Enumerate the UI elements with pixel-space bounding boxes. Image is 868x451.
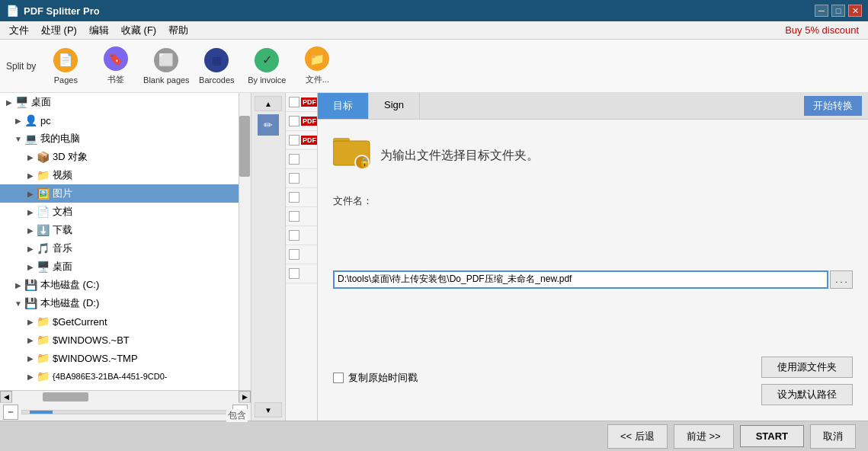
split-by-file-btn[interactable]: 📁 文件... <box>293 43 341 89</box>
tab-target[interactable]: 目标 <box>318 93 369 119</box>
toggle-getcurrent[interactable]: ▶ <box>24 315 37 328</box>
file-checkbox[interactable] <box>289 211 299 222</box>
menu-process[interactable]: 处理 (P) <box>35 22 83 39</box>
tree-item-music[interactable]: ▶ 🎵 音乐 <box>0 239 239 257</box>
toggle-cdrive[interactable]: ▶ <box>12 279 24 291</box>
tree-item-ddrive[interactable]: ▼ 💾 本地磁盘 (D:) <box>0 294 239 312</box>
hscroll-thumb[interactable] <box>43 392 88 401</box>
toolbar: Split by 📄 Pages 🔖 书签 ⬜ Blank pages ▦ Ba… <box>0 40 868 93</box>
set-default-btn[interactable]: 设为默认路径 <box>761 384 853 405</box>
menu-edit[interactable]: 编辑 <box>83 22 115 39</box>
desktop-label: 桌面 <box>31 95 51 109</box>
file-checkbox[interactable] <box>289 116 299 126</box>
menu-favorites[interactable]: 收藏 (F) <box>115 22 162 39</box>
split-by-invoice-btn[interactable]: ✓ By invoice <box>243 43 290 89</box>
filename-input-group: . . . <box>333 220 853 338</box>
menu-help[interactable]: 帮助 <box>162 22 194 39</box>
toggle-desktop2[interactable]: ▶ <box>24 261 37 273</box>
tree-item-guid2[interactable]: ▶ 📁 {10E7BD57-C5FE-484f-A3F2- <box>0 385 239 390</box>
close-btn[interactable]: ✕ <box>848 5 862 17</box>
tree-item-desktop2[interactable]: ▶ 🖥️ 桌面 <box>0 257 239 276</box>
bottom-bar: << 后退 前进 >> START 取消 <box>0 421 868 451</box>
next-btn[interactable]: 前进 >> <box>674 424 734 449</box>
split-by-label: Split by <box>6 61 36 72</box>
split-by-barcodes-btn[interactable]: ▦ Barcodes <box>193 43 240 89</box>
scroll-down-btn[interactable]: ▼ <box>255 402 282 417</box>
tree-horizontal-scrollbar[interactable]: ◀ ▶ <box>0 390 251 402</box>
hscroll-right-btn[interactable]: ▶ <box>239 391 251 403</box>
zoom-controls: － ＋ <box>0 402 251 421</box>
toggle-desktop[interactable]: ▶ <box>3 96 15 108</box>
downloads-label: 下载 <box>53 223 72 237</box>
tree-item-mycomputer[interactable]: ▼ 💻 我的电脑 <box>0 130 239 148</box>
tree-item-video[interactable]: ▶ 📁 视频 <box>0 166 239 184</box>
minimize-btn[interactable]: ─ <box>815 5 828 17</box>
tree-item-guid1[interactable]: ▶ 📁 {4BA986E3-21BA-4451-9CD0- <box>0 367 239 385</box>
start-btn[interactable]: START <box>740 425 804 447</box>
toggle-video[interactable]: ▶ <box>24 169 37 181</box>
hscroll-left-btn[interactable]: ◀ <box>0 391 12 403</box>
list-item <box>286 264 317 283</box>
file-checkbox[interactable] <box>289 154 299 165</box>
start-convert-btn[interactable]: 开始转换 <box>804 96 862 116</box>
menu-discount[interactable]: Buy 5% discount <box>779 23 865 37</box>
tree-scrollbar-thumb[interactable] <box>239 116 250 177</box>
toggle-wtmp[interactable]: ▶ <box>24 352 37 364</box>
ddrive-label: 本地磁盘 (D:) <box>40 296 99 310</box>
tree-item-3dobjects[interactable]: ▶ 📦 3D 对象 <box>0 148 239 166</box>
pictures-icon: 🖼️ <box>37 187 50 200</box>
toggle-pc[interactable]: ▶ <box>12 114 24 126</box>
toggle-guid1[interactable]: ▶ <box>24 370 37 382</box>
toggle-wbt[interactable]: ▶ <box>24 334 37 346</box>
pdf-badge: PDF <box>301 136 318 145</box>
tree-item-wtmp[interactable]: ▶ 📁 $WINDOWS.~TMP <box>0 349 239 367</box>
mycomputer-icon: 💻 <box>24 133 37 145</box>
toggle-3dobjects[interactable]: ▶ <box>24 151 37 163</box>
toggle-music[interactable]: ▶ <box>24 242 37 254</box>
tree-item-wbt[interactable]: ▶ 📁 $WINDOWS.~BT <box>0 331 239 349</box>
filename-input[interactable] <box>333 270 828 289</box>
cancel-btn[interactable]: 取消 <box>810 424 856 449</box>
split-by-blank-btn[interactable]: ⬜ Blank pages <box>143 43 190 89</box>
maximize-btn[interactable]: □ <box>831 5 845 17</box>
timestamp-checkbox[interactable] <box>333 373 344 383</box>
folder-svg-icon: 🔒 <box>333 135 371 168</box>
tree-item-desktop[interactable]: ▶ 🖥️ 桌面 <box>0 93 239 111</box>
tab-sign[interactable]: Sign <box>369 93 420 119</box>
toggle-downloads[interactable]: ▶ <box>24 224 37 236</box>
tree-vertical-scrollbar[interactable] <box>239 93 251 390</box>
browse-btn[interactable]: . . . <box>830 270 853 289</box>
tree-item-pc[interactable]: ▶ 👤 pc <box>0 111 239 130</box>
file-list-panel: PDF PDF PDF <box>286 93 318 421</box>
wizard-body: 🔒 为输出文件选择目标文件夹。 文件名： . . . <box>318 120 868 421</box>
file-checkbox[interactable] <box>289 230 299 241</box>
tree-item-cdrive[interactable]: ▶ 💾 本地磁盘 (C:) <box>0 276 239 294</box>
mycomputer-label: 我的电脑 <box>40 132 80 146</box>
toggle-docs[interactable]: ▶ <box>24 206 37 218</box>
toggle-mycomputer[interactable]: ▼ <box>12 133 24 145</box>
file-checkbox[interactable] <box>289 97 299 107</box>
menu-file[interactable]: 文件 <box>3 22 35 39</box>
scroll-up-btn[interactable]: ▲ <box>255 96 282 111</box>
svg-rect-1 <box>333 138 350 146</box>
edit-btn[interactable]: ✏ <box>258 114 279 136</box>
back-btn[interactable]: << 后退 <box>607 424 668 449</box>
file-checkbox[interactable] <box>289 192 299 203</box>
split-by-bookmarks-btn[interactable]: 🔖 书签 <box>92 43 139 89</box>
split-by-pages-btn[interactable]: 📄 Pages <box>42 43 89 89</box>
file-checkbox[interactable] <box>289 173 299 184</box>
tree-item-getcurrent[interactable]: ▶ 📁 $GetCurrent <box>0 312 239 331</box>
file-checkbox[interactable] <box>289 135 299 146</box>
tree-item-docs[interactable]: ▶ 📄 文档 <box>0 203 239 221</box>
use-source-btn[interactable]: 使用源文件夹 <box>761 357 853 378</box>
wizard-content: 🔒 为输出文件选择目标文件夹。 文件名： . . . <box>318 120 868 421</box>
tree-item-downloads[interactable]: ▶ ⬇️ 下载 <box>0 221 239 239</box>
toggle-pictures[interactable]: ▶ <box>24 187 37 200</box>
file-checkbox[interactable] <box>289 268 299 279</box>
tree-item-pictures[interactable]: ▶ 🖼️ 图片 <box>0 184 239 203</box>
cdrive-icon: 💾 <box>24 279 37 291</box>
file-tree[interactable]: ▶ 🖥️ 桌面 ▶ 👤 pc ▼ 💻 我的电脑 <box>0 93 239 390</box>
file-checkbox[interactable] <box>289 249 299 260</box>
zoom-out-btn[interactable]: － <box>3 405 18 420</box>
toggle-ddrive[interactable]: ▼ <box>12 297 24 309</box>
